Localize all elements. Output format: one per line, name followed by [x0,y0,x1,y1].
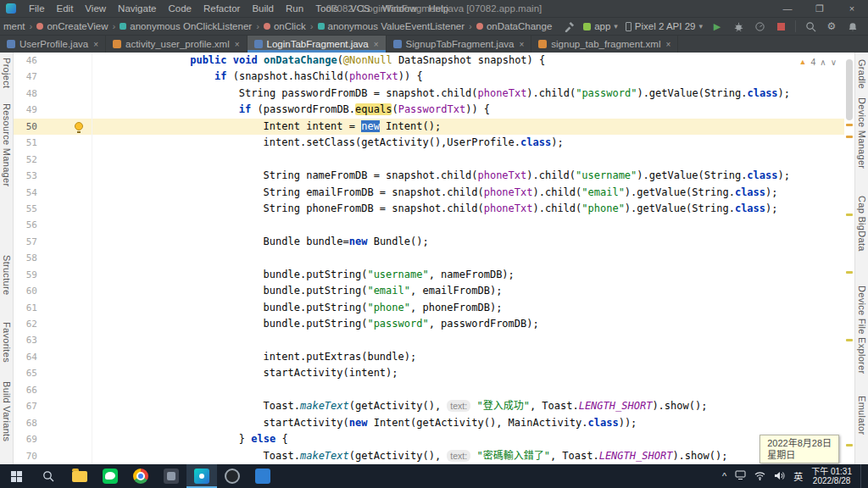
tool-window-button-build-variants[interactable]: Build Variants [2,381,12,441]
menu-refactor[interactable]: Refactor [198,3,246,14]
tab-close-icon[interactable]: × [373,40,379,49]
breadcrumb-item-anonymous-valueeventlistener[interactable]: anonymous ValueEventListener [316,21,467,31]
code-line[interactable]: 49if (passwordFromDB.equals(PasswordTxt)… [14,102,844,118]
code-line[interactable]: 65startActivity(intent); [14,365,844,381]
notifications-bell-icon[interactable] [846,19,860,33]
menu-file[interactable]: File [23,3,51,14]
code-line[interactable]: 67Toast.makeText(getActivity(), text: "登… [14,398,844,414]
tool-window-button-emulator[interactable]: Emulator [857,396,867,435]
code-line[interactable]: 70Toast.makeText(getActivity(), text: "密… [14,448,844,464]
taskbar-clock[interactable]: 下午 01:31 2022/8/28 [811,467,852,485]
breadcrumb-item-onclick[interactable]: onClick [262,21,308,31]
search-everywhere-icon[interactable] [804,19,817,33]
code-line[interactable]: 56 [14,217,844,233]
code-line[interactable]: 62bundle.putString("password", passwordF… [14,316,844,332]
line-taskbar-button[interactable] [95,464,125,488]
profiler-button[interactable] [753,19,766,33]
code-line[interactable]: 59bundle.putString("username", nameFromD… [14,267,844,283]
show-desktop-button[interactable] [860,464,865,488]
tab-userprofile-java[interactable]: UserProfile.java× [0,36,106,53]
network-icon[interactable] [754,469,765,484]
code-line[interactable]: 48String passwordFromDB = snapshot.child… [14,86,844,102]
tool-window-button-gradle[interactable]: Gradle [857,59,867,89]
tool-window-button-favorites[interactable]: Favorites [2,322,12,363]
line-gutter-icons [39,448,92,464]
scrollbar-thumb[interactable] [846,59,853,120]
app-gray-2-taskbar-button[interactable] [217,464,248,488]
code-line[interactable]: 61bundle.putString("phone", phoneFromDB)… [14,300,844,316]
debug-button[interactable] [732,19,745,33]
tab-close-icon[interactable]: × [92,40,98,49]
menu-view[interactable]: View [79,3,112,14]
breadcrumb-item-ondatachange[interactable]: onDataChange [475,21,554,31]
code-line[interactable]: 53String nameFromDB = snapshot.child(pho… [14,168,844,184]
taskbar-search-button[interactable] [32,464,64,488]
code-line[interactable]: 68startActivity(new Intent(getActivity()… [14,415,844,431]
tab-close-icon[interactable]: × [665,40,670,49]
tab-signup-tab-fragment-xml[interactable]: signup_tab_fragment.xml× [531,36,678,53]
line-number: 63 [14,332,39,348]
device-select[interactable]: Pixel 2 API 29 ▾ [626,21,703,31]
code-line[interactable]: 69} else { [14,431,844,447]
token-pl: Intent intent = [264,120,362,132]
code-line[interactable]: 54String emailFromDB = snapshot.child(ph… [14,185,844,201]
menu-code[interactable]: Code [162,3,198,14]
breadcrumb-item-oncreateview[interactable]: onCreateView [35,21,109,31]
code-line[interactable]: 47if (snapshot.hasChild(phoneTxt)) { [14,69,844,85]
code-line[interactable]: 58 [14,250,844,266]
tool-window-button-structure[interactable]: Structure [2,255,12,295]
close-button[interactable]: × [836,0,868,17]
settings-gear-icon[interactable]: ⚙ [825,19,838,33]
tool-window-button-cap-bigdata[interactable]: Cap BigData [857,196,867,252]
code-line[interactable]: 52 [14,152,844,168]
token-pl: bundle.putString( [264,318,368,330]
tab-close-icon[interactable]: × [518,40,524,49]
minimize-button[interactable]: — [771,0,804,17]
intention-bulb-icon[interactable] [75,122,83,130]
android-studio-taskbar-button[interactable] [186,464,217,488]
chrome-taskbar-button[interactable] [125,464,156,488]
inspections-widget[interactable]: ▲ 4 ∧ ∨ [797,57,839,67]
start-button[interactable] [0,464,32,488]
file-explorer-taskbar-button[interactable] [64,464,95,488]
code-editor[interactable]: 46public void onDataChange(@NonNull Data… [14,53,854,464]
code-line[interactable]: 60bundle.putString("email", emailFromDB)… [14,283,844,299]
build-hammer-icon[interactable] [562,19,576,33]
code-line[interactable]: 50Intent intent = new Intent(); [14,119,844,135]
tool-window-button-project[interactable]: Project [2,58,12,88]
code-line[interactable]: 57Bundle bundle=new Bundle(); [14,234,844,250]
prev-warning-icon[interactable]: ∧ [820,58,826,67]
code-line[interactable]: 64intent.putExtras(bundle); [14,349,844,365]
scrollbar-mark [846,339,853,341]
code-line[interactable]: 46public void onDataChange(@NonNull Data… [14,53,844,69]
tool-window-button-device-manager[interactable]: Device Manager [857,97,867,169]
code-line[interactable]: 66 [14,382,844,398]
menu-edit[interactable]: Edit [51,3,80,14]
code-line[interactable]: 55String phoneFromDB = snapshot.child(ph… [14,201,844,217]
code-line[interactable]: 63 [14,332,844,348]
menu-navigate[interactable]: Navigate [112,3,162,14]
tool-window-button-resource-manager[interactable]: Resource Manager [2,103,12,186]
tray-expand-chevron-icon[interactable]: ^ [722,471,726,481]
tab-activity-user-profile-xml[interactable]: activity_user_profile.xml× [106,36,248,53]
monitor-icon[interactable] [735,469,746,484]
app-gray-1-taskbar-button[interactable] [156,464,186,488]
menu-run[interactable]: Run [280,3,309,14]
menu-build[interactable]: Build [246,3,280,14]
breadcrumb-item-anonymous-onclicklistener[interactable]: anonymous OnClickListener [118,21,253,31]
code-line[interactable]: 51intent.setClass(getActivity(),UserProf… [14,135,844,151]
volume-icon[interactable] [774,469,785,484]
run-configuration-select[interactable]: app ▾ [583,21,618,31]
tab-logintabfragment-java[interactable]: LoginTabFragment.java× [248,36,387,53]
tool-window-button-device-file-explorer[interactable]: Device File Explorer [857,286,867,374]
next-warning-icon[interactable]: ∨ [831,58,837,67]
editor-scrollbar[interactable] [844,53,854,464]
maximize-button[interactable]: ❐ [804,0,836,17]
stop-button[interactable] [774,19,787,33]
run-button[interactable]: ▶ [710,19,724,33]
breadcrumb-item-ment[interactable]: ment [2,21,27,31]
tab-signuptabfragment-java[interactable]: SignupTabFragment.java× [387,36,532,53]
ime-indicator[interactable]: 英 [793,469,803,483]
app-blue-taskbar-button[interactable] [248,464,278,488]
tab-close-icon[interactable]: × [234,40,240,49]
